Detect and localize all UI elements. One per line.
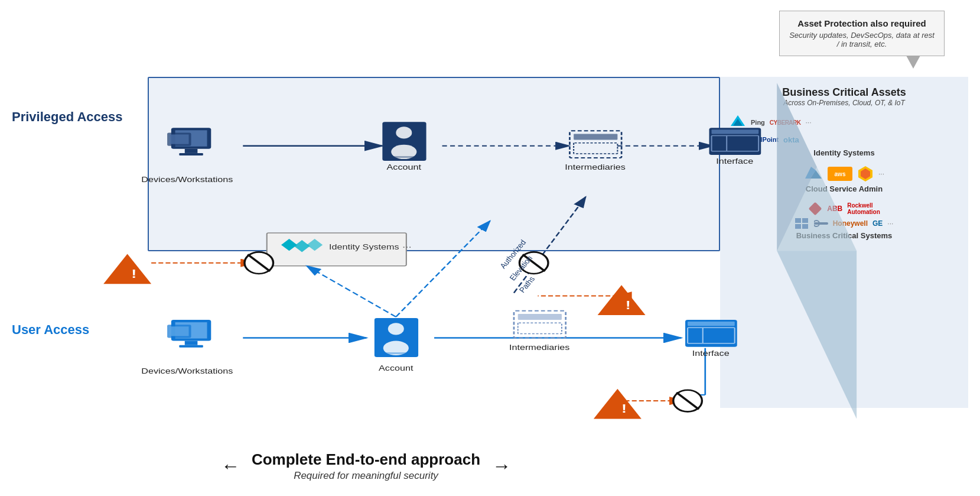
cyberark-label: CYBERARK — [770, 119, 801, 126]
sailpoint-logo-icon: SP — [730, 133, 746, 146]
svg-text:!: ! — [626, 298, 631, 312]
ping-label: Ping — [751, 119, 765, 126]
svg-point-75 — [245, 252, 274, 274]
bottom-section: ← Complete End-to-end approach Required … — [24, 450, 708, 484]
ellipsis-2: ··· — [878, 170, 884, 178]
abb-label: ABB — [827, 205, 842, 213]
svg-rect-12 — [802, 218, 808, 223]
svg-point-52 — [383, 341, 409, 355]
privileged-access-label: Privileged Access — [12, 109, 145, 125]
svg-rect-15 — [814, 222, 828, 225]
svg-rect-44 — [171, 320, 211, 341]
identity-section: Ping CYBERARK ··· SP SailPoint okta Iden… — [730, 114, 959, 157]
svg-rect-48 — [167, 325, 191, 338]
svg-line-67 — [307, 266, 396, 317]
rockwell-label: RockwellAutomation — [847, 202, 880, 215]
privileged-access-box — [148, 77, 720, 251]
user-account-icon — [375, 318, 418, 357]
cloud-section: aws ··· Cloud Service Admin — [730, 166, 959, 193]
bcs-section: ABB RockwellAutomation Honeywell GE — [730, 202, 959, 240]
identity-systems-label: Identity Systems — [730, 148, 959, 157]
svg-rect-10 — [809, 202, 822, 216]
right-arrow-icon: → — [492, 455, 511, 477]
svg-text:Intermediaries: Intermediaries — [509, 343, 569, 352]
svg-point-77 — [519, 252, 548, 274]
azure-logo-icon — [804, 166, 823, 182]
sailpoint-label: SailPoint — [751, 136, 779, 143]
okta-label: okta — [783, 135, 799, 144]
user-intermediaries-icon — [514, 311, 566, 338]
identity-logo-row-2: SP SailPoint okta — [730, 133, 959, 146]
bcs-label: Business Critical Systems — [730, 231, 959, 240]
svg-marker-83 — [598, 285, 646, 315]
callout-body: Security updates, DevSecOps, data at res… — [789, 31, 935, 48]
svg-point-79 — [673, 390, 702, 412]
svg-rect-45 — [175, 322, 207, 338]
svg-text:aws: aws — [835, 171, 846, 177]
gcp-logo-icon — [857, 166, 874, 182]
svg-rect-46 — [185, 341, 198, 345]
asset-protection-callout: Asset Protection also required Security … — [779, 11, 945, 56]
abb-diamond-icon — [808, 202, 822, 216]
left-arrow-icon: ← — [221, 455, 240, 477]
ellipsis-1: ··· — [806, 118, 812, 127]
svg-text:Account: Account — [379, 364, 413, 372]
svg-text:!: ! — [131, 267, 136, 280]
bca-panel: Business Critical Assets Across On-Premi… — [720, 77, 968, 408]
svg-rect-56 — [518, 323, 562, 333]
svg-line-76 — [248, 254, 270, 271]
aws-logo-icon: aws — [828, 167, 852, 181]
user-devices-icon — [167, 320, 211, 348]
user-access-label: User Access — [12, 322, 145, 338]
svg-text:SP: SP — [735, 138, 741, 143]
diagram-area: Privileged Access User Access Business C… — [12, 77, 968, 437]
svg-text:Paths: Paths — [517, 275, 538, 293]
honeywell-label: Honeywell — [833, 219, 868, 228]
svg-marker-81 — [103, 254, 151, 284]
svg-text:!: ! — [621, 402, 627, 416]
svg-rect-54 — [514, 311, 566, 338]
svg-text:Devices/Workstations: Devices/Workstations — [141, 367, 233, 375]
svg-rect-13 — [795, 224, 801, 229]
ge-label: GE — [872, 219, 883, 228]
bcs-logo-row: ABB RockwellAutomation — [730, 202, 959, 216]
svg-text:Elevation: Elevation — [507, 255, 535, 282]
identity-logo-row: Ping CYBERARK ··· — [730, 114, 959, 131]
pipe-icon — [814, 218, 828, 229]
bca-title: Business Critical Assets — [730, 86, 959, 99]
svg-rect-55 — [518, 314, 562, 320]
svg-line-78 — [523, 254, 545, 271]
grid-icon — [795, 218, 809, 229]
ellipsis-3: ··· — [887, 219, 893, 228]
callout-title: Asset Protection also required — [789, 18, 935, 28]
bottom-title: Complete End-to-end approach — [252, 450, 480, 469]
svg-point-51 — [388, 323, 404, 335]
svg-rect-47 — [179, 345, 203, 348]
svg-line-80 — [676, 393, 699, 409]
bottom-subtitle: Required for meaningful security — [252, 470, 480, 482]
svg-marker-85 — [594, 389, 642, 419]
svg-rect-49 — [170, 326, 188, 336]
svg-rect-11 — [795, 218, 801, 223]
cloud-service-admin-label: Cloud Service Admin — [730, 184, 959, 193]
bca-subtitle: Across On-Premises, Cloud, OT, & IoT — [730, 99, 959, 107]
ping-logo-icon — [730, 114, 746, 131]
cloud-logo-row: aws ··· — [730, 166, 959, 182]
svg-rect-14 — [802, 224, 808, 229]
svg-rect-53 — [381, 352, 411, 354]
bcs-logo-row-2: Honeywell GE ··· — [730, 218, 959, 229]
svg-rect-50 — [375, 318, 418, 357]
